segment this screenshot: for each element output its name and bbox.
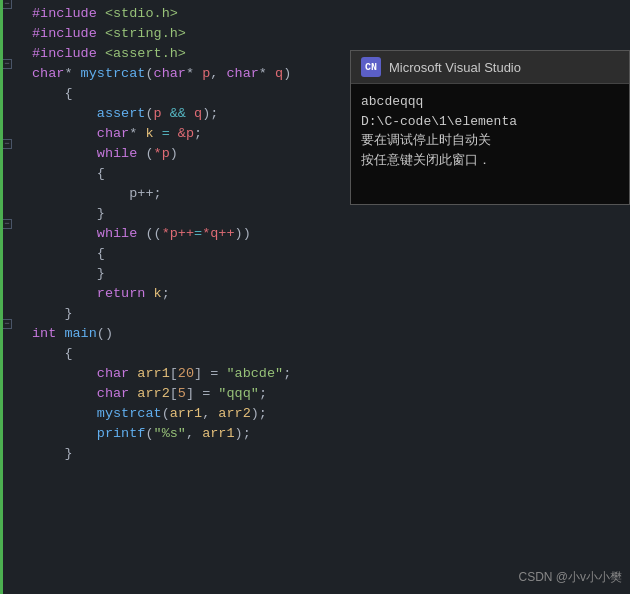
token-kw: char xyxy=(97,366,129,381)
token-op: && xyxy=(162,106,194,121)
code-line: } xyxy=(0,264,630,284)
console-output-line: 按任意键关闭此窗口． xyxy=(361,151,619,171)
token-plain xyxy=(32,366,97,381)
token-str: "%s" xyxy=(154,426,186,441)
console-body: abcdeqqqD:\C-code\1\elementa要在调试停止时自动关按任… xyxy=(351,84,629,204)
code-line: mystrcat(arr1, arr2); xyxy=(0,404,630,424)
token-plain: , xyxy=(186,426,202,441)
line-content: #include <string.h> xyxy=(28,24,630,44)
line-content: } xyxy=(28,304,630,324)
token-plain: ); xyxy=(202,106,218,121)
token-kw: int xyxy=(32,326,56,341)
token-op: = xyxy=(194,226,202,241)
token-plain: } xyxy=(32,306,73,321)
token-var: arr1 xyxy=(137,366,169,381)
code-line: printf("%s", arr1); xyxy=(0,424,630,444)
console-title: Microsoft Visual Studio xyxy=(389,60,521,75)
token-plain: [ xyxy=(170,386,178,401)
code-line: char arr2[5] = "qqq"; xyxy=(0,384,630,404)
token-str: "qqq" xyxy=(218,386,259,401)
console-titlebar: CN Microsoft Visual Studio xyxy=(351,51,629,84)
token-kw: char xyxy=(97,126,129,141)
code-line: −#include <stdio.h> xyxy=(0,4,630,24)
token-param: p xyxy=(154,106,162,121)
token-plain: { xyxy=(32,86,73,101)
token-str: "abcde" xyxy=(226,366,283,381)
token-plain: ; xyxy=(194,126,202,141)
token-plain xyxy=(32,406,97,421)
code-line: −int main() xyxy=(0,324,630,344)
line-content: } xyxy=(28,444,630,464)
token-plain: [ xyxy=(170,366,178,381)
token-plain xyxy=(97,46,105,61)
token-plain xyxy=(32,286,97,301)
token-plain: , xyxy=(202,406,218,421)
token-plain: * xyxy=(186,66,202,81)
token-var: arr1 xyxy=(202,426,234,441)
token-plain xyxy=(97,26,105,41)
token-plain xyxy=(32,246,97,261)
token-plain: ) xyxy=(170,146,178,161)
token-plain: ; xyxy=(154,186,162,201)
token-plain: p++ xyxy=(129,186,153,201)
token-plain: { xyxy=(97,166,105,181)
token-macro: #include xyxy=(32,26,97,41)
code-line: char arr1[20] = "abcde"; xyxy=(0,364,630,384)
token-plain: (( xyxy=(137,226,161,241)
token-var: arr2 xyxy=(218,406,250,421)
code-line: return k; xyxy=(0,284,630,304)
token-plain xyxy=(32,206,97,221)
line-content: { xyxy=(28,244,630,264)
token-plain xyxy=(32,126,97,141)
token-plain: )) xyxy=(235,226,251,241)
token-header: <string.h> xyxy=(105,26,186,41)
code-line: } xyxy=(0,444,630,464)
token-plain: ); xyxy=(251,406,267,421)
token-plain xyxy=(145,286,153,301)
fold-icon[interactable]: − xyxy=(2,59,12,69)
line-content: while ((*p++=*q++)) xyxy=(28,224,630,244)
token-param: *q++ xyxy=(202,226,234,241)
console-output-line: 要在调试停止时自动关 xyxy=(361,131,619,151)
token-plain xyxy=(32,266,97,281)
fold-icon[interactable]: − xyxy=(2,139,12,149)
console-window: CN Microsoft Visual Studio abcdeqqqD:\C-… xyxy=(350,50,630,205)
token-plain xyxy=(32,426,97,441)
fold-icon[interactable]: − xyxy=(2,219,12,229)
line-content: char arr2[5] = "qqq"; xyxy=(28,384,630,404)
token-plain xyxy=(32,226,97,241)
token-kw: char xyxy=(97,386,129,401)
token-param: *p xyxy=(154,146,170,161)
code-line: } xyxy=(0,204,630,224)
line-content: { xyxy=(28,344,630,364)
token-fn: mystrcat xyxy=(81,66,146,81)
line-content: mystrcat(arr1, arr2); xyxy=(28,404,630,424)
code-line: { xyxy=(0,344,630,364)
fold-icon[interactable]: − xyxy=(2,0,12,9)
token-var: k xyxy=(145,126,153,141)
code-line: } xyxy=(0,304,630,324)
line-content: #include <stdio.h> xyxy=(28,4,630,24)
token-param: q xyxy=(194,106,202,121)
token-macro: #include xyxy=(32,6,97,21)
token-param: *p++ xyxy=(162,226,194,241)
token-plain: ; xyxy=(283,366,291,381)
token-plain xyxy=(32,146,97,161)
fold-icon[interactable]: − xyxy=(2,319,12,329)
console-output-line: abcdeqqq xyxy=(361,92,619,112)
token-kw: char xyxy=(226,66,258,81)
editor-area: −#include <stdio.h>#include <string.h>#i… xyxy=(0,0,630,594)
token-fn: printf xyxy=(97,426,146,441)
token-plain: } xyxy=(97,266,105,281)
token-kw: while xyxy=(97,226,138,241)
token-plain: ); xyxy=(235,426,251,441)
line-content: char arr1[20] = "abcde"; xyxy=(28,364,630,384)
token-plain: } xyxy=(97,206,105,221)
token-plain: ; xyxy=(259,386,267,401)
visual-studio-icon: CN xyxy=(361,57,381,77)
token-plain: ] = xyxy=(194,366,226,381)
token-kw: char xyxy=(32,66,64,81)
token-plain: * xyxy=(64,66,80,81)
line-content: } xyxy=(28,264,630,284)
code-line: #include <string.h> xyxy=(0,24,630,44)
